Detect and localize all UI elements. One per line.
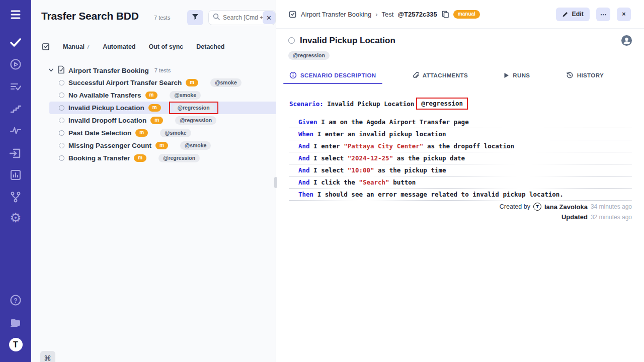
page-title: Invalid Pickup Location xyxy=(288,36,395,46)
author-avatar: T xyxy=(533,203,541,211)
feature-tests-count: 7 tests xyxy=(154,67,171,73)
scenario-title-line: Scenario: Invalid Pickup Location@regres… xyxy=(289,98,632,110)
scenario-tag: @regression xyxy=(421,100,463,107)
panel-resize-handle[interactable] xyxy=(274,177,277,188)
gherkin-step: Then I should see an error message relat… xyxy=(289,189,632,201)
project-tests-count: 7 tests xyxy=(154,15,170,21)
annotation-box: @smoke xyxy=(206,76,246,89)
test-name: No Available Transfers xyxy=(68,92,141,99)
pencil-icon xyxy=(562,11,569,18)
test-tag: @smoke xyxy=(170,91,201,100)
created-by-line: Created by T Iana Zavoloka 34 minutes ag… xyxy=(500,203,632,211)
breadcrumb: Airport Transfer Booking › Test @T2572c3… xyxy=(288,10,480,19)
steps-icon[interactable] xyxy=(0,102,31,115)
filter-button[interactable] xyxy=(187,10,203,25)
updated-time: 32 minutes ago xyxy=(591,214,632,221)
test-row-list: Successful Airport Transfer Search m @sm… xyxy=(31,76,276,164)
scenario-name: Invalid Pickup Location xyxy=(324,100,415,108)
checklist-icon[interactable] xyxy=(41,42,50,51)
branches-icon[interactable] xyxy=(0,191,31,204)
help-icon[interactable]: ? xyxy=(0,294,31,307)
test-row[interactable]: Invalid Pickup Location m @regression xyxy=(49,102,276,114)
settings-gear-icon[interactable]: ⚙ xyxy=(0,211,31,224)
more-button[interactable]: ⋯ xyxy=(596,8,610,21)
filter-tab[interactable]: Out of sync xyxy=(148,43,183,50)
filter-tab[interactable]: Manual7 xyxy=(63,43,90,50)
pulse-icon[interactable] xyxy=(0,124,31,137)
tab-attachments[interactable]: ATTACHMENTS xyxy=(412,71,468,84)
tests-check-icon[interactable] xyxy=(0,36,31,49)
icon-rail: ⚙ ? T xyxy=(0,0,31,362)
info-icon xyxy=(289,71,297,79)
manual-status-badge: manual xyxy=(453,10,480,19)
gherkin-step: And I select "2024-12-25" as the pickup … xyxy=(289,152,632,164)
app-logo[interactable]: T xyxy=(0,338,31,351)
manual-badge: m xyxy=(145,92,158,99)
chevron-down-icon[interactable] xyxy=(48,66,54,75)
test-status-circle-icon xyxy=(59,130,64,136)
test-name: Invalid Pickup Location xyxy=(68,104,144,112)
test-plans-icon[interactable] xyxy=(0,80,31,93)
tab-runs[interactable]: RUNS xyxy=(504,72,530,83)
annotation-box: @regression xyxy=(169,102,218,114)
test-status-circle-icon xyxy=(59,93,64,98)
test-name: Successful Airport Transfer Search xyxy=(68,79,182,86)
menu-icon[interactable] xyxy=(0,8,31,21)
annotation-box: @smoke xyxy=(176,139,215,152)
assignee-avatar[interactable] xyxy=(621,35,632,46)
manual-badge: m xyxy=(135,129,148,137)
feature-name: Airport Transfer Booking xyxy=(68,67,149,74)
annotation-box: @smoke xyxy=(156,127,195,139)
title-tags: @regression xyxy=(276,46,644,59)
gherkin-step: And I click the "Search" button xyxy=(289,176,632,189)
test-tag: @regression xyxy=(158,154,200,162)
test-name: Past Date Selection xyxy=(68,129,131,137)
import-icon[interactable] xyxy=(0,146,31,160)
documentation-folder-icon[interactable] xyxy=(0,316,31,329)
filter-tab[interactable]: Detached xyxy=(196,43,224,50)
copy-icon[interactable] xyxy=(441,10,449,19)
tab-history[interactable]: HISTORY xyxy=(566,71,604,84)
gherkin-step: When I enter an invalid pickup location xyxy=(289,128,632,140)
gherkin-step: Given I am on the Agoda Airport Transfer… xyxy=(289,116,632,128)
keyboard-shortcut-chip[interactable]: ⌘ xyxy=(40,351,55,362)
annotation-box: @smoke xyxy=(166,89,205,102)
tab-scenario-description[interactable]: SCENARIO DESCRIPTION xyxy=(289,71,376,84)
feature-file-icon xyxy=(57,65,65,76)
edit-button[interactable]: Edit xyxy=(556,8,590,21)
test-status-circle-icon xyxy=(59,80,64,85)
step-list: Given I am on the Agoda Airport Transfer… xyxy=(289,116,632,201)
play-icon xyxy=(504,72,509,78)
breadcrumb-feature[interactable]: Airport Transfer Booking xyxy=(301,11,371,18)
feature-row[interactable]: Airport Transfer Booking 7 tests xyxy=(31,64,276,76)
test-status-circle-icon xyxy=(59,118,64,123)
search-icon xyxy=(213,13,220,22)
detail-header: Airport Transfer Booking › Test @T2572c3… xyxy=(276,0,644,29)
test-row[interactable]: Successful Airport Transfer Search m @sm… xyxy=(49,76,276,89)
test-status-circle-icon xyxy=(59,105,64,111)
test-row[interactable]: Missing Passenger Count m @smoke xyxy=(49,139,276,152)
test-tag: @smoke xyxy=(160,129,191,137)
close-button[interactable]: × xyxy=(617,8,631,21)
collapse-panel-button[interactable]: ✕ xyxy=(263,11,275,24)
test-tag: @smoke xyxy=(210,78,242,87)
test-row[interactable]: Booking a Transfer m @regression xyxy=(49,152,276,164)
run-play-icon[interactable] xyxy=(0,58,31,71)
test-status-circle-icon xyxy=(59,143,64,148)
header-actions: Edit ⋯ × xyxy=(556,8,631,21)
annotation-box: @regression xyxy=(416,98,468,110)
annotation-box: @regression xyxy=(154,152,204,164)
breadcrumb-test-label: Test xyxy=(382,11,394,18)
test-row[interactable]: Past Date Selection m @smoke xyxy=(49,127,276,139)
breadcrumb-separator: › xyxy=(375,11,377,18)
search-input[interactable] xyxy=(223,14,266,21)
reports-icon[interactable] xyxy=(0,168,31,182)
annotation-box: @regression xyxy=(171,114,220,127)
test-tag: @regression xyxy=(288,51,330,60)
test-filter-tabs: Manual7 Automated Out of sync Detached xyxy=(41,42,225,51)
filter-tab[interactable]: Automated xyxy=(103,43,135,50)
test-list-panel: Trasfer Search BDD 7 tests ✕ Manual7 Aut… xyxy=(31,0,276,362)
manual-badge: m xyxy=(155,142,168,149)
test-row[interactable]: No Available Transfers m @smoke xyxy=(49,89,276,102)
test-row[interactable]: Invalid Dropoff Location m @regression xyxy=(49,114,276,127)
